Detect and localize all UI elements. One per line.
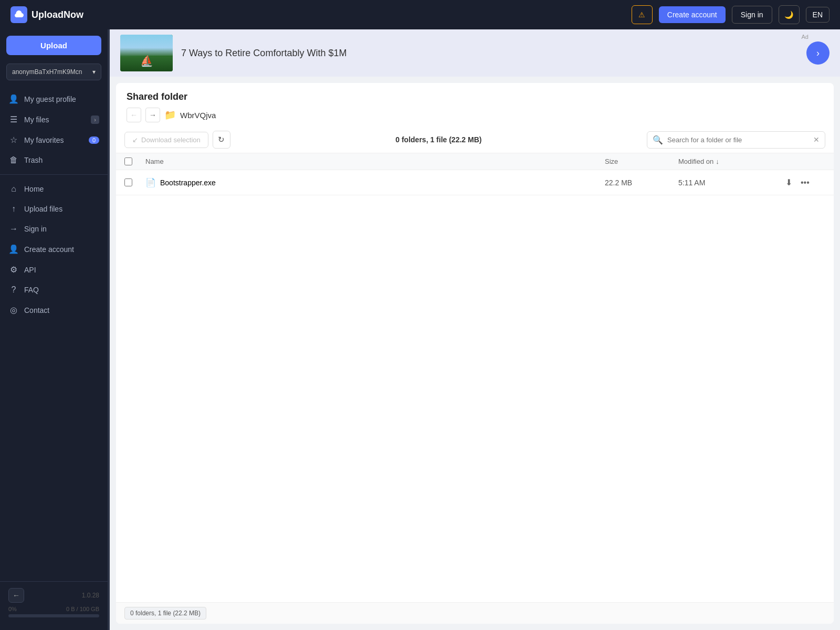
sidebar-label: Trash <box>24 156 43 164</box>
sidebar-label: API <box>24 266 36 274</box>
storage-bar-container: 0% 0 B / 100 GB <box>8 606 99 617</box>
header-actions <box>783 158 825 165</box>
sidebar-label: Contact <box>24 306 49 314</box>
favorites-badge: 0 <box>89 136 99 144</box>
sidebar-item-my-favorites[interactable]: ☆ My favorites 0 <box>0 130 108 150</box>
file-table: Name Size Modified on ↓ 📄 Bootst <box>116 153 834 602</box>
star-icon: ☆ <box>8 135 19 145</box>
sidebar-label: Sign in <box>24 225 47 233</box>
header-checkbox-cell <box>124 158 145 165</box>
nav-back-button[interactable]: ← <box>127 108 141 122</box>
sidebar-back-button[interactable]: ← <box>8 588 24 603</box>
dark-mode-toggle[interactable]: 🌙 <box>779 5 800 24</box>
sidebar-label: FAQ <box>24 286 39 294</box>
contact-icon: ◎ <box>8 305 19 315</box>
version-label: 1.0.28 <box>82 592 99 599</box>
search-input[interactable] <box>667 136 809 144</box>
faq-icon: ? <box>8 285 19 295</box>
user-icon: 👤 <box>8 94 19 104</box>
sidebar-item-upload-files[interactable]: ↑ Upload files <box>0 199 108 219</box>
sidebar-label: My guest profile <box>24 95 76 103</box>
logo-icon <box>10 6 27 23</box>
create-account-icon: 👤 <box>8 244 19 254</box>
file-actions: ⬇ ••• <box>783 175 825 190</box>
download-selection-button[interactable]: ↙ Download selection <box>124 132 208 148</box>
file-download-button[interactable]: ⬇ <box>783 175 794 190</box>
toolbar: ↙ Download selection ↻ 0 folders, 1 file… <box>116 127 834 153</box>
files-icon: ☰ <box>8 114 19 124</box>
sidebar-item-create-account[interactable]: 👤 Create account <box>0 239 108 259</box>
download-icon: ↙ <box>132 136 138 144</box>
ad-banner: ⛵ 7 Ways to Retire Comfortably With $1M … <box>110 29 840 77</box>
ad-next-button[interactable]: › <box>806 41 830 65</box>
chevron-down-icon: ▾ <box>92 68 96 76</box>
sidebar-item-guest-profile[interactable]: 👤 My guest profile <box>0 89 108 109</box>
table-row: 📄 Bootstrapper.exe 22.2 MB 5:11 AM ⬇ ••• <box>116 170 834 195</box>
file-panel: Shared folder ← → 📁 WbrVQjva ↙ Download … <box>116 83 834 624</box>
trash-icon: 🗑 <box>8 155 19 165</box>
sidebar-label: Upload files <box>24 205 62 213</box>
search-icon: 🔍 <box>653 135 663 145</box>
download-label: Download selection <box>141 136 201 144</box>
file-time: 5:11 AM <box>678 178 783 187</box>
logo-area: UploadNow <box>10 6 625 23</box>
file-count: 0 folders, 1 file (22.2 MB) <box>235 135 643 144</box>
file-name-cell: 📄 Bootstrapper.exe <box>145 177 605 187</box>
footer-badge: 0 folders, 1 file (22.2 MB) <box>124 607 206 620</box>
refresh-button[interactable]: ↻ <box>213 131 230 149</box>
sidebar-label: My files <box>24 116 49 124</box>
sidebar-item-api[interactable]: ⚙ API <box>0 259 108 280</box>
main-layout: Upload anonymBaTxH7mK9Mcn ▾ 👤 My guest p… <box>0 29 840 630</box>
header-name: Name <box>145 158 605 165</box>
table-header: Name Size Modified on ↓ <box>116 153 834 170</box>
ad-text: 7 Ways to Retire Comfortably With $1M <box>181 48 798 59</box>
moon-icon: 🌙 <box>784 10 793 19</box>
file-type-icon: 📄 <box>145 177 156 187</box>
select-all-checkbox[interactable] <box>124 158 132 165</box>
sidebar-label: My favorites <box>24 136 64 144</box>
sidebar-label: Home <box>24 185 44 193</box>
sidebar-item-home[interactable]: ⌂ Home <box>0 179 108 199</box>
sidebar-item-faq[interactable]: ? FAQ <box>0 280 108 300</box>
sign-in-button[interactable]: Sign in <box>732 6 772 24</box>
nav-forward-button[interactable]: → <box>145 108 160 122</box>
create-account-button[interactable]: Create account <box>659 6 726 23</box>
language-button[interactable]: EN <box>806 7 830 23</box>
search-clear-button[interactable]: ✕ <box>813 135 820 144</box>
file-panel-header: Shared folder ← → 📁 WbrVQjva <box>116 83 834 127</box>
sidebar-item-sign-in[interactable]: → Sign in <box>0 219 108 239</box>
sidebar-item-trash[interactable]: 🗑 Trash <box>0 150 108 170</box>
api-icon: ⚙ <box>8 265 19 275</box>
user-dropdown[interactable]: anonymBaTxH7mK9Mcn ▾ <box>6 64 101 80</box>
panel-title: Shared folder <box>127 91 823 102</box>
folder-name: WbrVQjva <box>180 111 216 120</box>
file-name: Bootstrapper.exe <box>160 178 216 187</box>
warning-button[interactable]: ⚠ <box>632 5 653 24</box>
ad-image: ⛵ <box>120 35 173 71</box>
storage-bar <box>8 614 99 617</box>
storage-used: 0 B / 100 GB <box>66 606 99 612</box>
signin-icon: → <box>8 224 19 234</box>
file-more-button[interactable]: ••• <box>799 176 812 190</box>
sidebar-item-my-files[interactable]: ☰ My files › <box>0 109 108 130</box>
upload-button[interactable]: Upload <box>6 36 101 55</box>
header-size: Size <box>605 158 678 165</box>
sidebar-divider <box>0 174 108 175</box>
upload-icon: ↑ <box>8 204 19 214</box>
sidebar-footer: ← 1.0.28 0% 0 B / 100 GB <box>0 581 108 624</box>
home-icon: ⌂ <box>8 184 19 194</box>
files-nav-badge: › <box>91 116 99 124</box>
username-label: anonymBaTxH7mK9Mcn <box>12 68 82 76</box>
file-size: 22.2 MB <box>605 178 678 187</box>
app-title: UploadNow <box>32 9 83 20</box>
sort-icon: ↓ <box>716 158 719 165</box>
content-area: ⛵ 7 Ways to Retire Comfortably With $1M … <box>110 29 840 630</box>
ad-label: Ad <box>802 34 808 40</box>
warning-icon: ⚠ <box>638 10 645 19</box>
breadcrumb: ← → 📁 WbrVQjva <box>127 108 823 122</box>
header-modified: Modified on ↓ <box>678 158 783 165</box>
sidebar-item-contact[interactable]: ◎ Contact <box>0 300 108 320</box>
row-checkbox[interactable] <box>124 178 132 186</box>
sidebar: Upload anonymBaTxH7mK9Mcn ▾ 👤 My guest p… <box>0 29 108 630</box>
app-header: UploadNow ⚠ Create account Sign in 🌙 EN <box>0 0 840 29</box>
